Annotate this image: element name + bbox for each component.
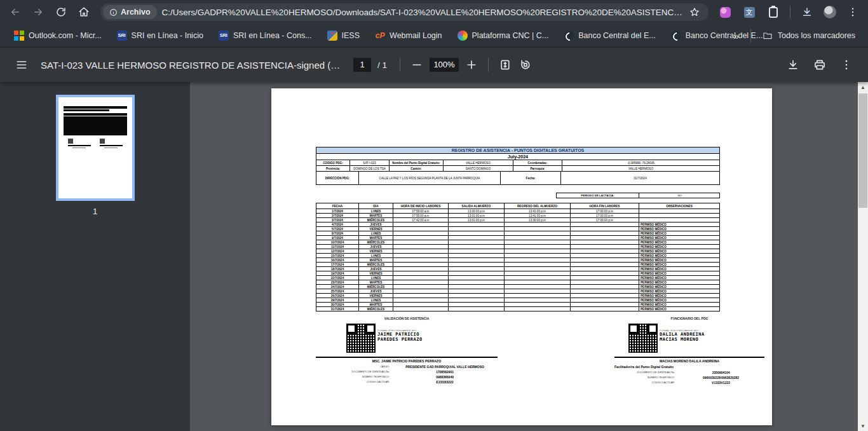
- attendance-cell: PERMISO MÉDICO: [639, 254, 719, 257]
- zoom-in-button[interactable]: [461, 55, 482, 75]
- attendance-row: 31/7/2024MIÉRCOLESPERMISO MÉDICO: [316, 306, 720, 311]
- zoom-level-input[interactable]: 100%: [430, 58, 459, 72]
- attendance-cell: [571, 245, 639, 249]
- attendance-row: 19/7/2024VIERNESPERMISO MÉDICO: [316, 271, 720, 276]
- signature-field-row: NÚMERO TELEFÓNICO:0988366940: [316, 374, 498, 380]
- browser-menu-button[interactable]: [843, 2, 863, 22]
- fecha-value: 31/7/2024: [561, 172, 719, 184]
- pdf-toolbar-right: [783, 55, 857, 75]
- downloads-button[interactable]: [797, 2, 817, 22]
- bookmark-label: IESS: [342, 31, 360, 40]
- attendance-cell: PERMISO MÉDICO: [639, 245, 719, 249]
- attendance-cell: PERMISO MÉDICO: [639, 267, 719, 271]
- direccion-label: DIRECCIÓN PDG:: [316, 172, 359, 184]
- pdf-download-button[interactable]: [783, 55, 803, 75]
- extension-pink-button[interactable]: [715, 2, 735, 22]
- attendance-cell: LUNES: [359, 276, 393, 280]
- page-number-input[interactable]: 1: [353, 58, 371, 72]
- bookmarks-overflow-button[interactable]: »: [728, 29, 743, 43]
- thumbnail-page-number: 1: [0, 207, 190, 216]
- bookmark-item[interactable]: SRISRI en Línea - Cons...: [212, 28, 318, 43]
- attendance-cell: 13:01:00 p.m: [449, 218, 505, 222]
- kebab-menu-icon: [847, 6, 858, 18]
- funcionario-title: FUNCIONARIO DEL PDG: [614, 317, 764, 320]
- bookmark-item[interactable]: Banco Central del E...: [557, 28, 662, 43]
- pdf-menu-button[interactable]: [11, 55, 32, 75]
- bce-favicon: [564, 31, 574, 41]
- microsoft-favicon: [14, 31, 24, 41]
- attendance-cell: [393, 289, 449, 293]
- pdf-print-button[interactable]: [810, 55, 830, 75]
- attendance-cell: [393, 231, 449, 235]
- qr-code-left: [346, 324, 376, 353]
- iess-favicon: [327, 31, 337, 41]
- thumbnail-signatures: [64, 139, 127, 148]
- attendance-cell: [393, 280, 449, 284]
- address-bar[interactable]: Archivo C:/Users/GADPR%20VALLE%20HERMOSO…: [100, 3, 709, 21]
- attendance-cell: 17:00:00 p.m: [571, 214, 639, 217]
- bookmark-item[interactable]: cPWebmail Login: [369, 28, 448, 43]
- attendance-row: 9/7/2024MARTESPERMISO MÉDICO: [316, 235, 720, 240]
- rotate-button[interactable]: [515, 55, 536, 75]
- attendance-cell: MIÉRCOLES: [359, 240, 393, 244]
- bookmark-item[interactable]: SRISRI en Línea - Inicio: [111, 28, 210, 43]
- attendance-cell: [571, 222, 639, 226]
- attendance-cell: LUNES: [359, 298, 393, 302]
- clipboard-extension-icon: [769, 7, 778, 18]
- attendance-cell: 11/7/2024: [316, 245, 359, 249]
- attendance-cell: [393, 307, 449, 311]
- home-button[interactable]: [74, 2, 94, 22]
- bookmark-item[interactable]: Outlook.com - Micr...: [8, 28, 108, 43]
- file-scheme-chip[interactable]: Archivo: [103, 5, 157, 19]
- signature-line-left: [316, 357, 498, 358]
- attendance-cell: [571, 236, 639, 240]
- page-thumbnail[interactable]: [56, 95, 135, 201]
- bookmark-item[interactable]: IESS: [321, 28, 367, 43]
- translate-button[interactable]: 文: [739, 2, 759, 22]
- attendance-row: 16/7/2024MARTESPERMISO MÉDICO: [316, 257, 720, 263]
- attendance-cell: [393, 276, 449, 280]
- thumbnail-table-block: [64, 116, 127, 135]
- attendance-cell: [449, 294, 505, 298]
- attendance-cell: [639, 209, 719, 213]
- star-icon: [689, 7, 700, 17]
- attendance-row: 18/7/2024JUEVESPERMISO MÉDICO: [316, 266, 720, 271]
- provincia-value: DOMINGO DE LOS TSA: [350, 166, 390, 171]
- back-button[interactable]: [5, 2, 25, 22]
- attendance-cell: VIERNES: [359, 249, 393, 253]
- signature-field-label: NÚMERO TELEFÓNICO:: [614, 376, 677, 379]
- attendance-cell: PERMISO MÉDICO: [639, 263, 719, 266]
- profile-avatar-button[interactable]: [820, 2, 840, 22]
- bookmark-item[interactable]: Plataforma CNC | C...: [451, 28, 555, 43]
- all-bookmarks-button[interactable]: Todos los marcadores: [757, 28, 860, 43]
- attendance-cell: [505, 298, 571, 302]
- scrollbar-down-arrow[interactable]: ▼: [858, 421, 868, 431]
- attendance-cell: 9/7/2024: [316, 236, 359, 240]
- attendance-cell: [571, 298, 639, 302]
- attendance-cell: [571, 280, 639, 284]
- attendance-cell: [505, 267, 571, 271]
- forward-button[interactable]: [28, 2, 48, 22]
- signature-field-label: NÚMERO TELEFÓNICO:: [316, 376, 392, 378]
- fit-to-page-button[interactable]: [495, 55, 515, 75]
- page-scrollbar[interactable]: ▲ ▼: [858, 82, 868, 431]
- bookmark-star-button[interactable]: [687, 4, 702, 20]
- attendance-cell: [571, 258, 639, 262]
- attendance-cell: 18/7/2024: [316, 267, 359, 271]
- attendance-cell: [571, 294, 639, 298]
- attendance-row: 8/7/2024LUNESPERMISO MÉDICO: [316, 231, 720, 236]
- attendance-cell: 30/7/2024: [316, 303, 359, 306]
- lactation-value: NO: [639, 193, 721, 198]
- thumbnail-table-bar: [64, 109, 109, 111]
- bookmark-label: Banco Central del E...: [578, 31, 656, 40]
- coordenadas-label: Coordenadas:: [513, 160, 562, 165]
- attendance-row: 10/7/2024MIÉRCOLESPERMISO MÉDICO: [316, 240, 720, 245]
- attendance-cell: 13:41:00 p.m: [505, 214, 571, 217]
- signed-name-left-1: JAIME PATRICIO: [377, 332, 423, 337]
- scrollbar-up-arrow[interactable]: ▲: [858, 82, 868, 92]
- zoom-out-button[interactable]: [407, 55, 427, 75]
- pdf-more-button[interactable]: [836, 55, 857, 75]
- extensions-button[interactable]: [763, 2, 783, 22]
- reload-button[interactable]: [51, 2, 71, 22]
- scrollbar-thumb[interactable]: [858, 93, 867, 208]
